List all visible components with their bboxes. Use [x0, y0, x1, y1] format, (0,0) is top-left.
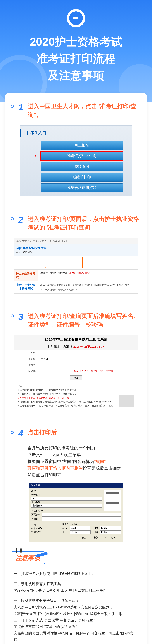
screenshot-step2: 当前位置：首页 > 考生入口 > 准考证打印区 全国卫生专业技术资格 考试（中初…: [14, 238, 138, 294]
step-title: 进入准考证打印/查询页面后准确填写姓名、证件类型、证件编号、校验码: [28, 312, 141, 329]
arrow-down-icon: [45, 257, 45, 268]
step-dot-icon: [11, 105, 14, 108]
banner: 全国卫生专业技术资格 考试（中初级）: [14, 244, 138, 256]
name-label: • 姓名：: [20, 351, 38, 354]
idtype-label: • 证件类型：: [20, 357, 38, 361]
step-dot-icon: [11, 431, 14, 434]
step-1: 1 进入中国卫生人才网，点击"准考证打印/查询"。 ┃ 考生入口 网上报名 准考…: [11, 102, 141, 196]
breadcrumb: 当前位置：首页 > 考生入口 > 准考证打印区: [14, 238, 138, 244]
notes-section: 注意事项 一、打印准考证必须使用IE浏览器6.0或以上版本。 二、禁用或卸载有关…: [11, 552, 141, 643]
name-input[interactable]: [40, 351, 70, 355]
step-number: 4: [18, 428, 23, 438]
senior-exam-row: 高级卫生专业技术资格考试 2018年度国家卫生健康委员会直属和联系单位高级专业技…: [14, 281, 138, 293]
score-print-button[interactable]: 成绩单打印: [41, 173, 123, 182]
idtype-select[interactable]: 身份证: [40, 357, 70, 361]
landscape-radio[interactable]: ○: [31, 530, 33, 533]
form-title: 2016年护士执业资格考试网上报名系统: [14, 335, 138, 344]
arrow-down-icon: [82, 257, 83, 268]
notes-list: 一、打印准考证必须使用IE浏览器6.0或以上版本。 二、禁用或卸载有关拦截工具。…: [11, 570, 141, 643]
margin-bottom-input[interactable]: 19.05: [100, 530, 121, 534]
step-dot-icon: [11, 217, 14, 220]
content-card: 1 进入中国卫生人才网，点击"准考证打印/查询"。 ┃ 考生入口 网上报名 准考…: [5, 93, 147, 644]
form-tips: 提示: 1.请使用支持打印准考证"下载"准考证PDF格式下载并打印； 2.下载准…: [14, 382, 138, 410]
header-banner: ✒ 2020护士资格考试 准考证打印流程 及注意事项: [0, 0, 152, 102]
margin-top-input[interactable]: 19.05: [70, 530, 91, 534]
nurse-exam-row: 护士执业资格考试 2018年护士执业资格考试 准考证打印/查询>>: [14, 270, 138, 281]
idnum-input[interactable]: [40, 363, 70, 367]
margin-right-input[interactable]: 19.05: [100, 526, 121, 530]
size-select[interactable]: A4: [31, 496, 102, 500]
page-title: 2020护士资格考试 准考证打印流程 及注意事项: [6, 33, 146, 84]
pen-icon: ✒: [69, 11, 83, 25]
ok-button[interactable]: 确定: [79, 536, 89, 540]
step-number: 2: [18, 214, 23, 225]
print-link[interactable]: 准考证打印/查询>>: [69, 272, 90, 274]
score-query-button[interactable]: 成绩查询: [41, 162, 123, 171]
captcha-image: [119, 395, 134, 408]
screenshot-step3: 2016年护士执业资格考试网上报名系统 打印日期：考试日期 2016-04-28…: [14, 335, 138, 410]
step-4: 4 点击打印后 会弹出所要打印的准考证的一个网页 点击文件——>页面设置菜单 将…: [11, 428, 141, 542]
step-title: 进入准考证打印/页面后，点击护士执业资格考试的"准考证打印/查询: [28, 214, 141, 232]
screenshot-step1: ┃ 考生入口 网上报名 准考证打印／查询 成绩查询 成绩单打印 成绩合格证明打印: [20, 125, 132, 196]
step-2: 2 进入准考证打印/页面后，点击护士执业资格考试的"准考证打印/查询 当前位置：…: [11, 214, 141, 294]
portrait-radio[interactable]: ○: [31, 527, 33, 530]
signup-button[interactable]: 网上报名: [41, 141, 123, 150]
margin-left-input[interactable]: 19.05: [70, 526, 91, 530]
source-select[interactable]: 自动选择: [31, 504, 102, 508]
step-3: 3 进入准考证打印/查询页面后准确填写姓名、证件类型、证件编号、校验码 2016…: [11, 312, 141, 410]
entry-heading: ┃ 考生入口: [20, 129, 132, 137]
printer-button[interactable]: 打印机(P)...: [103, 536, 121, 540]
step-number: 3: [18, 312, 23, 322]
footer-input[interactable]: [42, 517, 121, 521]
step-title: 进入中国卫生人才网，点击"准考证打印/查询"。: [28, 102, 141, 119]
arrow-annotations: [14, 256, 138, 270]
header-input[interactable]: [42, 513, 121, 516]
preview-pane: [104, 490, 121, 511]
code-label: • 提取码：: [20, 369, 38, 373]
code-input[interactable]: [40, 369, 70, 373]
page-setup-dialog: 页面设置 纸张 大小(Z): A4 来源(O): 自动选择 页眉和页脚 页眉(H…: [29, 483, 123, 542]
step-title: 点击打印后: [28, 428, 57, 437]
step-dot-icon: [11, 314, 14, 318]
dialog-title: 页面设置: [29, 483, 123, 488]
cancel-button[interactable]: 取消: [91, 536, 101, 540]
form-subtitle: 打印日期：考试日期 2016-04-28至2016-05-07: [14, 344, 138, 350]
step-number: 1: [18, 102, 23, 112]
cert-print-button[interactable]: 成绩合格证明打印: [41, 183, 123, 192]
step-description: 会弹出所要打印的准考证的一个网页 点击文件——>页面设置菜单 将页面设置窗口中"…: [27, 444, 141, 478]
arrow-icon: [29, 154, 38, 158]
pencil-icon: [35, 552, 48, 558]
idnum-label: • 证件编号：: [20, 363, 38, 367]
print-link[interactable]: 准考证打印/查询>>: [110, 284, 129, 286]
query-button[interactable]: 查询: [70, 376, 82, 380]
print-link[interactable]: 准考证打印/查询>>: [58, 288, 77, 291]
notes-badge: 注意事项: [11, 552, 45, 564]
logo-circle: ✒: [67, 9, 85, 27]
code-hint: （输入下图中的数字或字母，不区分大小写）: [71, 370, 114, 372]
print-query-button[interactable]: 准考证打印／查询: [41, 152, 123, 160]
